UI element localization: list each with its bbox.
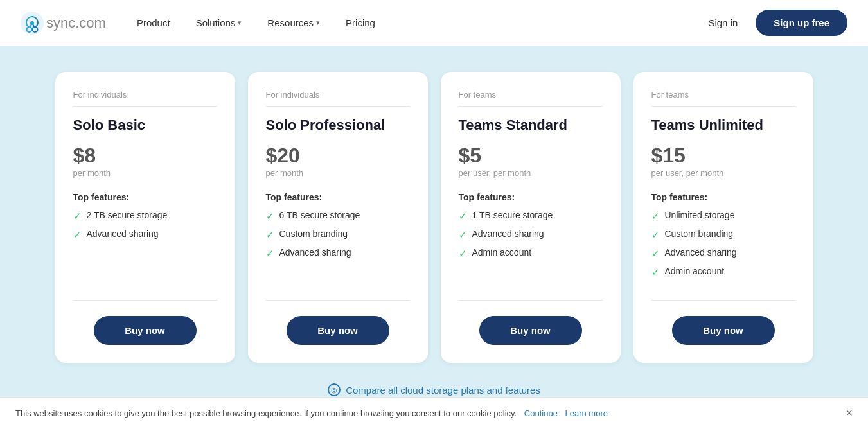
logo-icon (21, 12, 44, 35)
cookie-close-button[interactable]: × (846, 407, 853, 420)
pricing-card-3: For teams Teams Unlimited $15 per user, … (633, 72, 813, 363)
compare-icon: ◎ (328, 383, 341, 396)
top-features-label: Top features: (266, 192, 410, 202)
card-divider (266, 106, 410, 107)
nav-pricing[interactable]: Pricing (335, 12, 385, 33)
header: sync.com Product Solutions ▾ Resources ▾… (0, 0, 868, 46)
card-audience: For individuals (266, 90, 410, 100)
card-price-period: per month (73, 168, 217, 178)
features-list: ✓ Unlimited storage ✓ Custom branding ✓ … (651, 210, 795, 285)
buy-now-button[interactable]: Buy now (479, 316, 582, 345)
compare-section: ◎ Compare all cloud storage plans and fe… (328, 383, 540, 396)
card-price-period: per user, per month (651, 168, 795, 178)
card-divider (459, 106, 603, 107)
card-price-period: per user, per month (459, 168, 603, 178)
pricing-cards: For individuals Solo Basic $8 per month … (49, 72, 820, 363)
card-divider (651, 106, 795, 107)
feature-item: ✓ Custom branding (651, 229, 795, 241)
card-footer: Buy now (651, 300, 795, 345)
buy-now-button[interactable]: Buy now (287, 316, 389, 345)
card-audience: For teams (651, 90, 795, 100)
check-icon: ✓ (459, 248, 467, 259)
card-footer: Buy now (73, 300, 217, 345)
cookie-continue-button[interactable]: Continue (524, 408, 558, 418)
compare-link[interactable]: Compare all cloud storage plans and feat… (346, 385, 540, 396)
logo[interactable]: sync.com (21, 12, 106, 35)
check-icon: ✓ (651, 248, 660, 259)
sign-up-button[interactable]: Sign up free (756, 10, 847, 36)
card-footer: Buy now (266, 300, 410, 345)
card-title: Solo Basic (73, 117, 217, 134)
feature-item: ✓ Advanced sharing (266, 247, 410, 259)
check-icon: ✓ (73, 229, 82, 241)
feature-item: ✓ 6 TB secure storage (266, 210, 410, 222)
sign-in-button[interactable]: Sign in (700, 12, 745, 33)
card-price: $15 (651, 145, 795, 166)
nav-resources[interactable]: Resources ▾ (257, 12, 330, 33)
feature-item: ✓ Admin account (459, 247, 603, 259)
card-audience: For teams (459, 90, 603, 100)
feature-item: ✓ Advanced sharing (459, 229, 603, 241)
check-icon: ✓ (651, 211, 660, 222)
features-list: ✓ 1 TB secure storage ✓ Advanced sharing… (459, 210, 603, 285)
features-list: ✓ 2 TB secure storage ✓ Advanced sharing (73, 210, 217, 285)
card-price: $5 (459, 145, 603, 166)
header-actions: Sign in Sign up free (700, 10, 847, 36)
feature-item: ✓ 2 TB secure storage (73, 210, 217, 222)
nav-solutions[interactable]: Solutions ▾ (186, 12, 252, 33)
features-list: ✓ 6 TB secure storage ✓ Custom branding … (266, 210, 410, 285)
card-price-period: per month (266, 168, 410, 178)
svg-point-1 (30, 21, 34, 25)
top-features-label: Top features: (651, 192, 795, 202)
top-features-label: Top features: (73, 192, 217, 202)
nav-product[interactable]: Product (127, 12, 181, 33)
check-icon: ✓ (266, 211, 274, 222)
feature-item: ✓ 1 TB secure storage (459, 210, 603, 222)
check-icon: ✓ (651, 267, 660, 278)
cookie-learn-more-button[interactable]: Learn more (565, 408, 608, 418)
cookie-banner: This website uses cookies to give you th… (0, 397, 868, 429)
buy-now-button[interactable]: Buy now (672, 316, 775, 345)
chevron-down-icon: ▾ (316, 19, 320, 27)
feature-item: ✓ Admin account (651, 266, 795, 278)
card-divider (73, 106, 217, 107)
card-price: $8 (73, 145, 217, 166)
check-icon: ✓ (266, 229, 274, 241)
buy-now-button[interactable]: Buy now (94, 316, 197, 345)
pricing-card-0: For individuals Solo Basic $8 per month … (55, 72, 235, 363)
card-title: Teams Standard (459, 117, 603, 134)
top-features-label: Top features: (459, 192, 603, 202)
card-title: Teams Unlimited (651, 117, 795, 134)
check-icon: ✓ (73, 211, 82, 222)
feature-item: ✓ Custom branding (266, 229, 410, 241)
feature-item: ✓ Advanced sharing (651, 247, 795, 259)
chevron-down-icon: ▾ (238, 19, 242, 27)
check-icon: ✓ (651, 229, 660, 241)
main-content: For individuals Solo Basic $8 per month … (0, 46, 868, 429)
card-title: Solo Professional (266, 117, 410, 134)
card-price: $20 (266, 145, 410, 166)
pricing-card-2: For teams Teams Standard $5 per user, pe… (441, 72, 621, 363)
cookie-message: This website uses cookies to give you th… (15, 408, 835, 418)
pricing-card-1: For individuals Solo Professional $20 pe… (248, 72, 428, 363)
logo-text: sync.com (46, 15, 106, 31)
card-audience: For individuals (73, 90, 217, 100)
check-icon: ✓ (459, 229, 467, 241)
main-nav: Product Solutions ▾ Resources ▾ Pricing (127, 12, 701, 33)
feature-item: ✓ Advanced sharing (73, 229, 217, 241)
check-icon: ✓ (459, 211, 467, 222)
card-footer: Buy now (459, 300, 603, 345)
feature-item: ✓ Unlimited storage (651, 210, 795, 222)
check-icon: ✓ (266, 248, 274, 259)
